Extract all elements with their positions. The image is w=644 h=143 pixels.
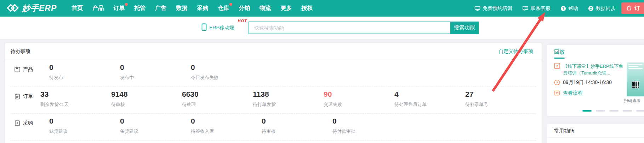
poster-text-line	[628, 66, 638, 67]
nav-item-distribution[interactable]: 分销	[239, 5, 250, 12]
nav-right-group: 免费预约培训联系客服?帮助数据同步	[474, 0, 616, 17]
metric-value[interactable]: 4	[394, 90, 465, 99]
metric-label: 待处理售后订单	[394, 101, 465, 108]
nav-help-button[interactable]: ?帮助	[560, 5, 578, 12]
erp-mobile-entry[interactable]: ERP移动端 HOT	[201, 23, 234, 32]
todo-panel-title: 待办事项	[11, 48, 30, 55]
todo-row-product: 产品0待发布0发布中0今日发布失败	[11, 60, 536, 87]
metric: 1138待打单发货	[253, 90, 324, 108]
nav-item-order[interactable]: 订单	[113, 5, 125, 12]
nav-item-hosting[interactable]: 托管	[134, 5, 146, 12]
metric-value[interactable]: 0	[191, 63, 262, 72]
nav-training-button[interactable]: 免费预约培训	[474, 5, 512, 12]
metric: 6630待处理	[182, 90, 253, 108]
pagination-dash-2[interactable]	[596, 110, 605, 112]
metric-label: 剩余发货<1天	[40, 101, 111, 108]
help-icon: ?	[560, 6, 566, 11]
search-input[interactable]	[249, 22, 450, 34]
todo-category-name: 订单	[23, 93, 33, 100]
metric: 4待处理售后订单	[394, 90, 465, 108]
metric-value[interactable]: 0	[120, 117, 191, 126]
nav-sync-label: 数据同步	[596, 5, 616, 12]
nav-item-product[interactable]: 产品	[92, 5, 104, 12]
view-agenda-link[interactable]: 查看议程	[563, 90, 583, 97]
todo-row-purchase: 采购0缺货建议0备货建议0待签收入库0待审核0待付款审批	[11, 114, 536, 141]
miaoshou-logo-icon	[6, 3, 19, 14]
metric-value[interactable]: 9148	[111, 90, 182, 99]
order-subscribe-button[interactable]: 订	[621, 2, 644, 14]
metric-value[interactable]: 0	[262, 117, 332, 126]
play-icon	[554, 63, 560, 76]
qr-code	[632, 81, 639, 88]
nav-sync-button[interactable]: 数据同步	[588, 5, 616, 12]
top-navbar: 妙手ERP 首页产品订单托管广告数据采购仓库分销物流更多授权 免费预约培训联系客…	[0, 0, 644, 17]
brand[interactable]: 妙手ERP	[6, 3, 57, 14]
todo-row-cut-row: 000	[11, 141, 536, 143]
nav-item-home[interactable]: 首页	[72, 5, 83, 12]
metric-value[interactable]: 90	[324, 90, 394, 99]
metric: 0待审核	[262, 117, 332, 135]
nav-support-button[interactable]: 联系客服	[522, 5, 551, 12]
nav-menu: 首页产品订单托管广告数据采购仓库分销物流更多授权	[72, 5, 313, 12]
metric-label: 待签收入库	[191, 128, 262, 135]
nav-item-auth[interactable]: 授权	[301, 5, 313, 12]
metric: 0待付款审批	[332, 117, 403, 135]
training-icon	[474, 6, 480, 11]
support-chat-icon	[522, 6, 529, 11]
todo-row-order: 订单33剩余发货<1天9148待审核6630待处理1138待打单发货90交运失败…	[11, 87, 536, 114]
metric-label: 备货建议	[120, 128, 191, 135]
metric-label: 交运失败	[324, 101, 394, 108]
nav-item-more[interactable]: 更多	[280, 5, 292, 12]
event-poster[interactable]	[627, 62, 644, 96]
pagination-dash-1[interactable]	[582, 110, 592, 112]
nav-help-label: 帮助	[568, 5, 578, 12]
metric: 90交运失败	[324, 90, 394, 108]
search-toolbar: ERP移动端 HOT 搜索功能	[0, 17, 644, 39]
notification-dot	[229, 3, 232, 6]
metric-value[interactable]: 0	[332, 117, 403, 126]
metric-value[interactable]: 0	[49, 63, 120, 72]
nav-item-warehouse[interactable]: 仓库	[218, 5, 229, 12]
metrics-group: 0待发布0发布中0今日发布失败	[49, 63, 262, 81]
nav-item-ads[interactable]: 广告	[155, 5, 166, 12]
hot-badge: HOT	[238, 19, 247, 23]
metric-label: 待打单发货	[253, 101, 324, 108]
replay-time-text: 09月19日 14:30-16:30	[563, 79, 612, 87]
customize-todo-link[interactable]: 自定义待办事项	[498, 48, 533, 55]
replay-video-title[interactable]: 【线下课堂】妙手ERP线下免费培训（Temu全托管...	[563, 63, 623, 76]
clock-icon	[554, 79, 560, 87]
poster-text-line	[628, 64, 643, 65]
common-functions-title: 常用功能	[547, 124, 644, 138]
metric-value[interactable]: 0	[191, 117, 262, 126]
nav-item-data[interactable]: 数据	[176, 5, 187, 12]
svg-text:?: ?	[562, 6, 564, 10]
metric-value[interactable]: 0	[120, 63, 191, 72]
tab-active-underline	[554, 58, 565, 59]
pagination-dash-4[interactable]	[623, 110, 632, 112]
replay-agenda-item[interactable]: 查看议程	[554, 90, 583, 97]
metric-label: 待处理	[182, 101, 253, 108]
metric-label: 发布中	[120, 75, 191, 81]
todo-rows: 产品0待发布0发布中0今日发布失败订单33剩余发货<1天9148待审核6630待…	[5, 60, 542, 143]
brand-name: 妙手ERP	[22, 3, 57, 14]
metric-value[interactable]: 33	[40, 90, 111, 99]
metric-label: 待补录单号	[465, 101, 536, 108]
metric-label: 待发布	[49, 75, 120, 81]
search-button[interactable]: 搜索功能	[450, 22, 479, 34]
metric-value[interactable]: 0	[49, 117, 120, 126]
replay-video-item[interactable]: 【线下课堂】妙手ERP线下免费培训（Temu全托管...	[554, 63, 625, 76]
metric: 0缺货建议	[49, 117, 120, 135]
metric-value[interactable]: 27	[465, 90, 536, 99]
metric-value[interactable]: 1138	[253, 90, 324, 99]
nav-item-logistics[interactable]: 物流	[260, 5, 271, 12]
notification-dot	[125, 3, 128, 6]
agenda-doc-icon	[554, 90, 560, 97]
metric-label: 待审核	[262, 128, 332, 135]
metric-value[interactable]: 6630	[182, 90, 253, 99]
pagination-dash-5[interactable]	[636, 110, 644, 112]
common-functions-panel: 常用功能	[547, 124, 644, 143]
pagination-dash-3[interactable]	[609, 110, 619, 112]
tab-replay[interactable]: 回放	[554, 49, 565, 55]
nav-item-purchase[interactable]: 采购	[197, 5, 208, 12]
replay-panel: 回放 【线下课堂】妙手ERP线下免费培训（Temu全托管... 09月19日 1…	[547, 45, 644, 116]
